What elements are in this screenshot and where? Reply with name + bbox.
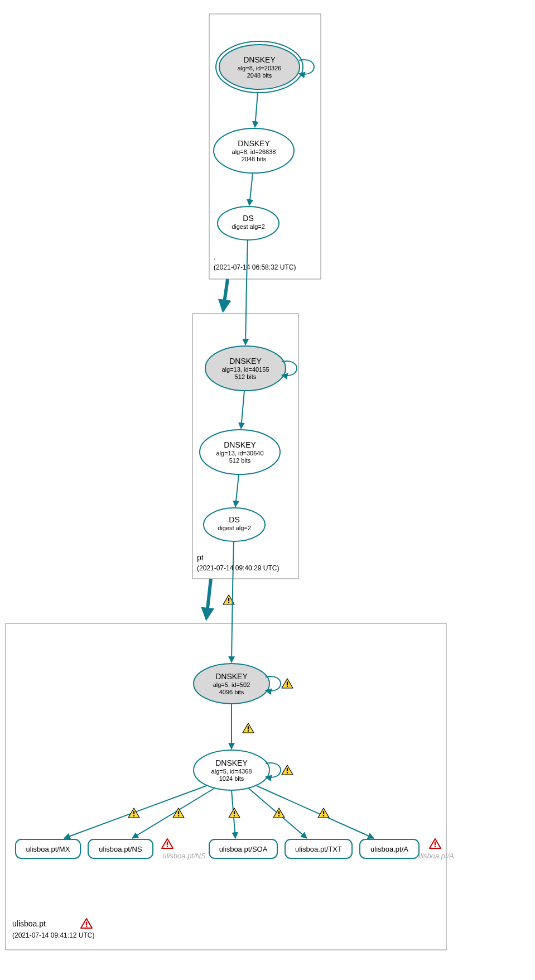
node-pt-zsk: DNSKEY alg=13, id=30640 512 bits <box>200 430 280 474</box>
node-pt-ksk: DNSKEY alg=13, id=40155 512 bits <box>205 346 297 391</box>
rr-ns: ulisboa.pt/NS <box>88 839 153 858</box>
zone-pt-timestamp: (2021-07-14 09:40:29 UTC) <box>197 564 279 572</box>
dnssec-graph: . (2021-07-14 06:58:32 UTC) DNSKEY alg=8… <box>0 0 535 980</box>
ghost-rr-a: ulisboa.pt/A <box>416 839 454 860</box>
svg-text:ulisboa.pt/NS: ulisboa.pt/NS <box>99 845 142 853</box>
edge-zone-pt-ul <box>206 579 211 618</box>
node-root-ds: DS digest alg=2 <box>218 206 279 240</box>
svg-text:alg=8, id=26838: alg=8, id=26838 <box>232 148 276 155</box>
edge-rootds-ptksk <box>245 240 248 345</box>
zone-pt: pt (2021-07-14 09:40:29 UTC) DNSKEY alg=… <box>192 240 298 579</box>
svg-text:ulisboa.pt/MX: ulisboa.pt/MX <box>26 845 70 853</box>
rr-soa: ulisboa.pt/SOA <box>209 839 277 858</box>
svg-text:2048 bits: 2048 bits <box>242 156 267 162</box>
svg-text:ulisboa.pt/TXT: ulisboa.pt/TXT <box>295 845 342 853</box>
svg-text:ulisboa.pt/A: ulisboa.pt/A <box>416 852 454 860</box>
svg-text:512 bits: 512 bits <box>229 457 251 464</box>
svg-text:alg=13, id=40155: alg=13, id=40155 <box>221 366 269 373</box>
node-ul-zsk: DNSKEY alg=5, id=4368 1024 bits <box>194 750 293 790</box>
svg-text:ulisboa.pt/A: ulisboa.pt/A <box>370 845 408 853</box>
ghost-rr-ns: ulisboa.pt/NS <box>162 839 206 860</box>
zone-ul-name: ulisboa.pt <box>12 919 46 928</box>
zone-root-name: . <box>214 252 216 261</box>
svg-text:2048 bits: 2048 bits <box>247 72 272 79</box>
warning-icon <box>128 808 139 818</box>
node-ul-ksk: DNSKEY alg=5, id=502 4096 bits <box>194 664 293 704</box>
node-root-zsk: DNSKEY alg=8, id=26838 2048 bits <box>214 128 294 173</box>
svg-text:digest alg=2: digest alg=2 <box>218 525 251 531</box>
svg-text:DNSKEY: DNSKEY <box>243 55 276 64</box>
svg-text:alg=5, id=502: alg=5, id=502 <box>213 681 250 688</box>
node-root-ksk: DNSKEY alg=8, id=20326 2048 bits <box>216 41 314 93</box>
svg-text:DNSKEY: DNSKEY <box>238 139 270 148</box>
svg-text:digest alg=2: digest alg=2 <box>232 223 265 230</box>
warning-icon <box>243 723 254 733</box>
svg-text:512 bits: 512 bits <box>235 373 257 380</box>
node-pt-ds: DS digest alg=2 <box>204 508 265 541</box>
edge-zone-root-pt <box>223 279 228 310</box>
svg-text:ulisboa.pt/NS: ulisboa.pt/NS <box>162 852 206 860</box>
svg-text:alg=13, id=30640: alg=13, id=30640 <box>216 450 263 457</box>
rr-txt: ulisboa.pt/TXT <box>285 839 352 858</box>
warning-icon <box>282 765 293 775</box>
rr-mx: ulisboa.pt/MX <box>16 839 80 858</box>
svg-text:DS: DS <box>229 515 239 524</box>
warning-icon <box>318 808 329 818</box>
warning-icon <box>282 679 293 688</box>
svg-text:alg=5, id=4368: alg=5, id=4368 <box>211 768 252 775</box>
edge-rootksk-rootzsk <box>255 93 258 127</box>
svg-text:DNSKEY: DNSKEY <box>215 758 248 767</box>
svg-text:DS: DS <box>243 214 253 223</box>
svg-text:1024 bits: 1024 bits <box>219 775 244 782</box>
svg-text:DNSKEY: DNSKEY <box>224 440 256 449</box>
zone-pt-name: pt <box>197 553 204 562</box>
edge-zsk-a <box>257 786 374 838</box>
edge-ptzsk-ptds <box>235 474 239 507</box>
edge-zsk-ns <box>132 788 215 838</box>
edge-ptksk-ptzsk <box>241 391 244 429</box>
svg-text:4096 bits: 4096 bits <box>219 689 244 695</box>
svg-text:alg=8, id=20326: alg=8, id=20326 <box>238 65 282 71</box>
error-icon <box>81 919 92 928</box>
warning-icon <box>229 808 240 818</box>
svg-text:DNSKEY: DNSKEY <box>215 672 248 681</box>
rr-a: ulisboa.pt/A <box>360 839 419 858</box>
zone-ul-timestamp: (2021-07-14 09:41:12 UTC) <box>12 931 94 939</box>
svg-text:ulisboa.pt/SOA: ulisboa.pt/SOA <box>219 845 268 853</box>
svg-text:DNSKEY: DNSKEY <box>229 357 262 366</box>
edge-rootzsk-rootds <box>249 173 253 205</box>
warning-icon <box>273 808 285 818</box>
zone-root-timestamp: (2021-07-14 06:58:32 UTC) <box>214 263 296 271</box>
zone-root: . (2021-07-14 06:58:32 UTC) DNSKEY alg=8… <box>209 14 321 279</box>
